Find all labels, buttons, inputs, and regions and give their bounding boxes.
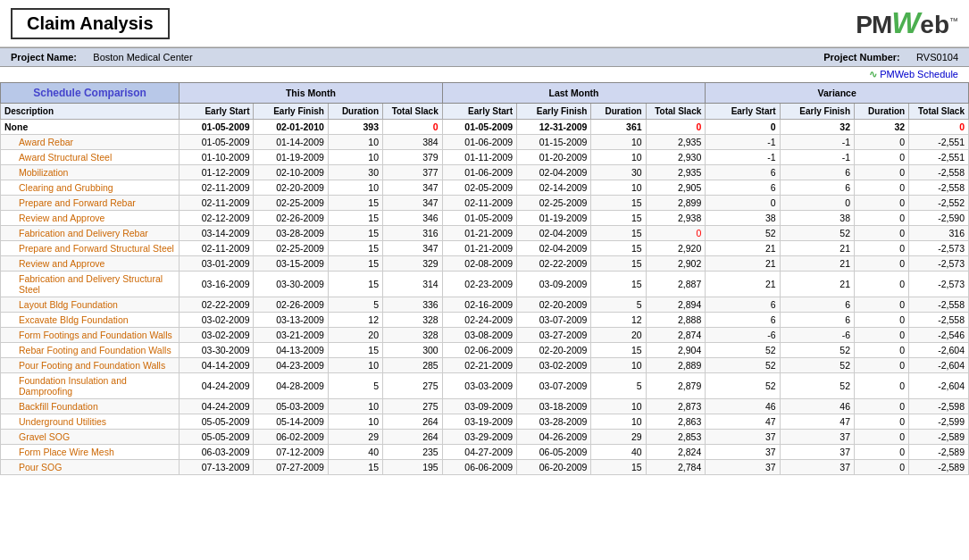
cell-v_es: 52 <box>706 343 780 358</box>
cell-description: Fabrication and Delivery Rebar <box>1 226 180 241</box>
cell-tm_ts: 195 <box>383 460 443 475</box>
cell-lm_ef: 02-20-2009 <box>517 297 591 313</box>
table-row: Layout Bldg Foundation02-22-200902-26-20… <box>1 297 969 313</box>
cell-lm_dur: 40 <box>591 445 646 460</box>
cell-lm_es: 01-05-2009 <box>442 120 516 135</box>
cell-v_dur: 0 <box>855 358 909 373</box>
cell-lm_ef: 03-28-2009 <box>517 414 591 430</box>
cell-tm_dur: 29 <box>328 430 382 445</box>
cell-v_ef: 47 <box>780 414 854 430</box>
table-row: Gravel SOG05-05-200906-02-20092926403-29… <box>1 430 969 445</box>
cell-v_dur: 0 <box>855 430 909 445</box>
cell-tm_dur: 15 <box>328 226 382 241</box>
cell-tm_ef: 01-14-2009 <box>254 135 328 150</box>
table-row: Review and Approve02-12-200902-26-200915… <box>1 211 969 226</box>
cell-tm_ef: 07-12-2009 <box>254 445 328 460</box>
table-row: Excavate Bldg Foundation03-02-200903-13-… <box>1 313 969 328</box>
pmweb-schedule-link[interactable]: PMWeb Schedule <box>880 69 958 79</box>
cell-v_ts: -2,590 <box>909 211 969 226</box>
cell-lm_es: 02-24-2009 <box>442 313 516 328</box>
cell-lm_ef: 02-25-2009 <box>517 196 591 211</box>
cell-v_ef: 38 <box>780 211 854 226</box>
cell-lm_ts: 2,905 <box>646 180 706 196</box>
cell-lm_dur: 20 <box>591 328 646 343</box>
cell-tm_ts: 275 <box>383 399 443 414</box>
cell-tm_es: 01-12-2009 <box>180 165 254 180</box>
cell-v_ef: 6 <box>780 165 854 180</box>
cell-v_ef: 52 <box>780 373 854 399</box>
table-row: Form Footings and Foundation Walls03-02-… <box>1 328 969 343</box>
cell-description: Fabrication and Delivery Structural Stee… <box>1 272 180 297</box>
cell-lm_ts: 2,899 <box>646 196 706 211</box>
cell-lm_dur: 10 <box>591 135 646 150</box>
cell-v_dur: 0 <box>855 150 909 165</box>
cell-v_dur: 0 <box>855 196 909 211</box>
cell-v_dur: 0 <box>855 313 909 328</box>
cell-lm_ef: 02-04-2009 <box>517 241 591 256</box>
cell-lm_es: 02-23-2009 <box>442 272 516 297</box>
cell-v_ts: 316 <box>909 226 969 241</box>
cell-lm_ts: 2,894 <box>646 297 706 313</box>
cell-lm_ef: 01-20-2009 <box>517 150 591 165</box>
cell-tm_ts: 285 <box>383 358 443 373</box>
cell-lm_ef: 12-31-2009 <box>517 120 591 135</box>
cell-v_ef: 21 <box>780 256 854 272</box>
cell-v_es: -6 <box>706 328 780 343</box>
project-name-label: Project Name: <box>11 52 77 63</box>
cell-description: None <box>1 120 180 135</box>
cell-lm_es: 03-29-2009 <box>442 430 516 445</box>
cell-v_ts: -2,573 <box>909 272 969 297</box>
project-number-label: Project Number: <box>823 52 900 63</box>
cell-v_ef: -1 <box>780 150 854 165</box>
cell-tm_dur: 15 <box>328 241 382 256</box>
cell-tm_ef: 03-15-2009 <box>254 256 328 272</box>
cell-v_es: 37 <box>706 445 780 460</box>
cell-v_ef: 0 <box>780 196 854 211</box>
cell-v_es: 21 <box>706 241 780 256</box>
cell-lm_es: 01-21-2009 <box>442 226 516 241</box>
cell-lm_ef: 03-09-2009 <box>517 272 591 297</box>
cell-tm_es: 07-13-2009 <box>180 460 254 475</box>
table-row: Award Structural Steel01-10-200901-19-20… <box>1 150 969 165</box>
cell-tm_ts: 384 <box>383 135 443 150</box>
cell-v_ts: -2,551 <box>909 150 969 165</box>
cell-v_es: 37 <box>706 460 780 475</box>
cell-tm_ts: 0 <box>383 120 443 135</box>
cell-tm_ef: 02-01-2010 <box>254 120 328 135</box>
cell-tm_dur: 5 <box>328 373 382 399</box>
table-row: Award Rebar01-05-200901-14-20091038401-0… <box>1 135 969 150</box>
cell-tm_ef: 04-23-2009 <box>254 358 328 373</box>
cell-description: Rebar Footing and Foundation Walls <box>1 343 180 358</box>
cell-lm_dur: 10 <box>591 414 646 430</box>
cell-v_es: 52 <box>706 358 780 373</box>
cell-v_ts: -2,604 <box>909 358 969 373</box>
col-tm-total-slack: Total Slack <box>383 104 443 120</box>
section-header-this-month: This Month <box>180 83 443 104</box>
cell-tm_ts: 346 <box>383 211 443 226</box>
logo-web: eb <box>920 11 949 38</box>
cell-tm_ef: 02-20-2009 <box>254 180 328 196</box>
cell-v_ts: -2,558 <box>909 180 969 196</box>
cell-tm_dur: 10 <box>328 135 382 150</box>
cell-tm_ef: 02-25-2009 <box>254 196 328 211</box>
cell-v_ef: -1 <box>780 135 854 150</box>
cell-lm_dur: 5 <box>591 297 646 313</box>
project-info-bar: Project Name: Boston Medical Center Proj… <box>0 47 969 67</box>
cell-v_dur: 0 <box>855 135 909 150</box>
cell-v_es: 6 <box>706 165 780 180</box>
table-row: Underground Utilities05-05-200905-14-200… <box>1 414 969 430</box>
cell-lm_ts: 2,888 <box>646 313 706 328</box>
cell-lm_dur: 15 <box>591 272 646 297</box>
cell-lm_es: 01-11-2009 <box>442 150 516 165</box>
col-v-duration: Duration <box>855 104 909 120</box>
col-v-total-slack: Total Slack <box>909 104 969 120</box>
table-row: Fabrication and Delivery Structural Stee… <box>1 272 969 297</box>
cell-v_dur: 0 <box>855 297 909 313</box>
cell-tm_es: 04-24-2009 <box>180 399 254 414</box>
cell-lm_ef: 06-05-2009 <box>517 445 591 460</box>
cell-tm_ef: 02-10-2009 <box>254 165 328 180</box>
cell-tm_es: 04-24-2009 <box>180 373 254 399</box>
cell-lm_ts: 2,904 <box>646 343 706 358</box>
section-header-variance: Variance <box>706 83 969 104</box>
cell-lm_es: 04-27-2009 <box>442 445 516 460</box>
